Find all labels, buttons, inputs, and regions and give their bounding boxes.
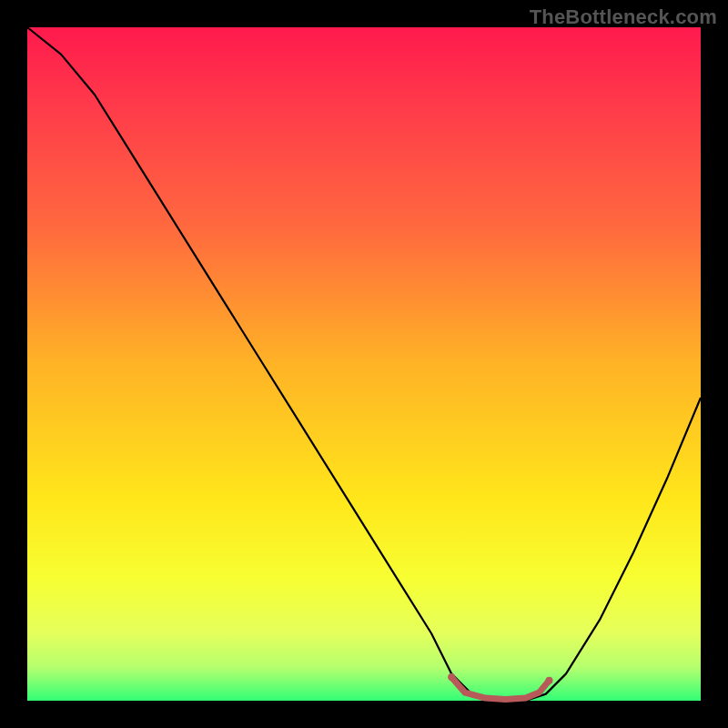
optimal-region-endpoint [448, 673, 455, 681]
optimal-region-endpoint [546, 677, 553, 684]
chart-container: TheBottleneck.com [0, 0, 728, 728]
plot-area [27, 27, 701, 701]
bottleneck-chart [0, 0, 728, 728]
watermark-text: TheBottleneck.com [530, 5, 717, 29]
